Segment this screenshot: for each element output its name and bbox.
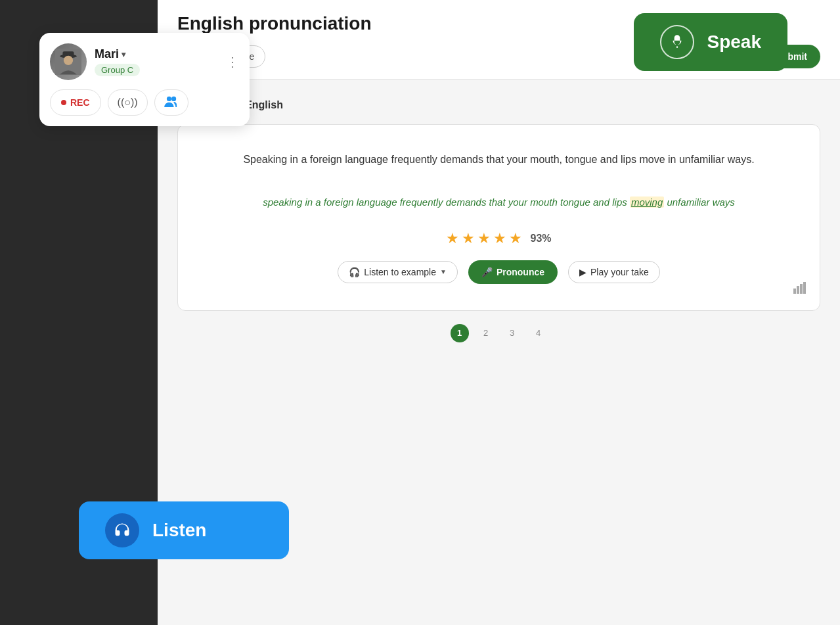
page-1[interactable]: 1 [451, 324, 469, 342]
group-badge: Group C [95, 64, 140, 76]
profile-dropdown-icon[interactable]: ▾ [122, 50, 125, 59]
speak-card[interactable]: Speak [634, 13, 788, 71]
mic-small-icon: 🎤 [481, 267, 493, 277]
transcription-before: speaking in a foreign language frequentl… [263, 197, 627, 208]
page-2[interactable]: 2 [477, 324, 495, 342]
group-icon [164, 98, 179, 109]
headphones-icon: 🎧 [349, 267, 360, 277]
page-4[interactable]: 4 [529, 324, 548, 342]
svg-point-7 [64, 56, 73, 65]
star-4: ★ [493, 230, 506, 247]
rec-button[interactable]: REC [50, 89, 101, 116]
profile-card: Mari ▾ Group C ⋮ REC ((○)) [39, 33, 250, 126]
sentence-text: Speaking in a foreign language frequentl… [217, 151, 780, 168]
play-take-button[interactable]: ▶ Play your take [568, 261, 660, 283]
dropdown-arrow-icon: ▼ [440, 268, 447, 275]
svg-point-9 [171, 97, 176, 101]
star-2: ★ [462, 230, 475, 247]
svg-rect-1 [797, 286, 799, 294]
profile-actions: REC ((○)) [50, 89, 239, 116]
bar-chart-icon[interactable] [793, 282, 807, 297]
pronounce-button[interactable]: 🎤 Pronounce [468, 260, 558, 284]
svg-rect-3 [803, 282, 806, 294]
sentence-card: Speaking in a foreign language frequentl… [177, 124, 820, 311]
star-5: ★ [509, 230, 522, 247]
play-icon: ▶ [579, 267, 586, 277]
section-label: Sentences in English [177, 99, 820, 111]
transcription-text: speaking in a foreign language frequentl… [217, 195, 780, 210]
listen-label: Listen [152, 520, 206, 541]
card-actions: 🎧 Listen to example ▼ 🎤 Pronounce ▶ Play… [217, 260, 780, 284]
profile-header: Mari ▾ Group C ⋮ [50, 43, 239, 80]
speak-label: Speak [707, 32, 762, 53]
rec-dot-icon [61, 100, 66, 105]
star-3: ★ [477, 230, 491, 247]
card-container: ← → Speaking in a foreign language frequ… [177, 124, 820, 311]
transcription-highlight: moving [630, 197, 664, 208]
content: Sentences in English ← → Speaking in a f… [158, 80, 840, 362]
score-percentage: 93% [530, 233, 551, 244]
wave-icon: ((○)) [118, 97, 138, 108]
svg-rect-2 [800, 284, 803, 294]
transcription-after-text: unfamiliar ways [667, 197, 734, 208]
pagination: 1 2 3 4 [177, 324, 820, 342]
profile-info: Mari ▾ Group C [95, 47, 218, 76]
wave-button[interactable]: ((○)) [108, 89, 148, 116]
svg-rect-0 [793, 289, 796, 294]
listen-card[interactable]: Listen [79, 501, 289, 559]
group-button[interactable] [154, 89, 188, 116]
star-1: ★ [446, 230, 459, 247]
page-3[interactable]: 3 [503, 324, 521, 342]
svg-point-8 [166, 97, 171, 101]
avatar [50, 43, 87, 80]
listen-headphones-icon-circle [105, 513, 139, 547]
listen-example-button[interactable]: 🎧 Listen to example ▼ [338, 261, 458, 283]
avatar-image [50, 43, 87, 80]
speak-mic-icon-circle [660, 25, 694, 59]
rating-row: ★ ★ ★ ★ ★ 93% [217, 230, 780, 247]
profile-name: Mari ▾ [95, 47, 218, 61]
more-options-icon[interactable]: ⋮ [226, 54, 239, 70]
